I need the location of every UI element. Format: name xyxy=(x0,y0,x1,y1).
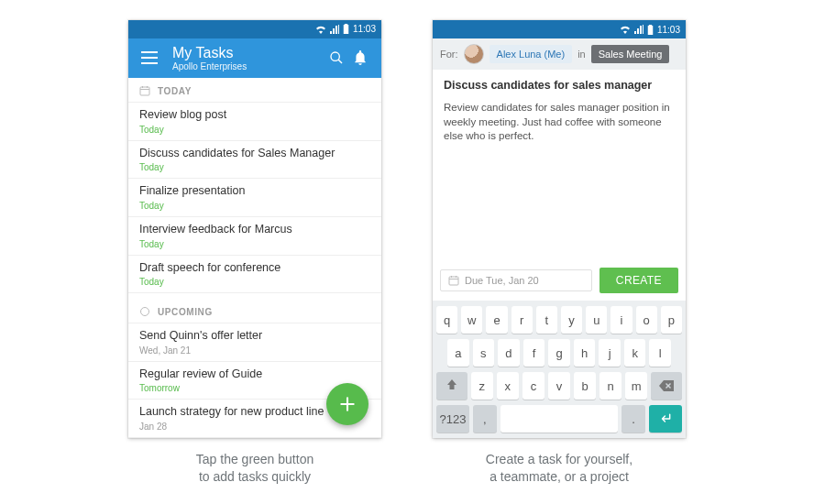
keyboard-key-w[interactable]: w xyxy=(461,306,482,334)
svg-rect-3 xyxy=(449,277,458,285)
task-title: Regular review of Guide xyxy=(139,367,370,382)
svg-point-2 xyxy=(141,308,149,316)
add-task-fab[interactable] xyxy=(326,383,368,425)
keyboard-key-space[interactable] xyxy=(500,405,619,433)
signal-icon xyxy=(634,25,644,34)
keyboard-key-j[interactable]: j xyxy=(599,339,621,367)
task-meta: Today xyxy=(139,201,370,211)
shift-icon xyxy=(446,379,457,392)
battery-icon xyxy=(343,24,349,34)
soft-keyboard: qwertyuiop asdfghjkl zxcvbnm ?123 , . xyxy=(433,301,686,438)
keyboard-key-y[interactable]: y xyxy=(561,306,582,334)
task-title: Send Quinn's offer letter xyxy=(139,329,370,344)
section-header-upcoming: UPCOMING xyxy=(128,299,381,323)
create-button[interactable]: CREATE xyxy=(600,268,678,293)
phone-compose-task: 11:03 For: Alex Luna (Me) in Sales Meeti… xyxy=(433,20,686,438)
task-row[interactable]: Draft speech for conferenceToday xyxy=(128,256,381,294)
task-row[interactable]: Interview feedback for MarcusToday xyxy=(128,217,381,256)
page-title: My Tasks xyxy=(172,45,324,61)
keyboard-key-f[interactable]: f xyxy=(523,339,545,367)
task-title: Draft speech for conference xyxy=(139,261,370,276)
keyboard-key-u[interactable]: u xyxy=(586,306,607,334)
task-title: Review blog post xyxy=(139,108,370,123)
keyboard-key-o[interactable]: o xyxy=(636,306,657,334)
keyboard-key-k[interactable]: k xyxy=(624,339,646,367)
task-row[interactable]: Finalize presentationToday xyxy=(128,179,381,217)
menu-icon[interactable] xyxy=(138,46,161,70)
caption-left: Tap the green buttonto add tasks quickly xyxy=(128,451,381,486)
keyboard-key-r[interactable]: r xyxy=(512,306,533,334)
task-title: Interview feedback for Marcus xyxy=(139,223,370,237)
section-label: UPCOMING xyxy=(158,307,213,317)
keyboard-key-h[interactable]: h xyxy=(574,339,596,367)
keyboard-key-backspace[interactable] xyxy=(651,372,682,400)
section-header-today: TODAY xyxy=(128,78,381,103)
task-meta: Jan 28 xyxy=(139,422,370,432)
calendar-icon xyxy=(139,85,150,96)
for-label: For: xyxy=(440,49,458,60)
task-notes-input[interactable]: Review candidates for sales manager posi… xyxy=(444,101,675,253)
due-date-field[interactable]: Due Tue, Jan 20 xyxy=(440,269,592,291)
keyboard-key-b[interactable]: b xyxy=(574,372,596,400)
keyboard-key-comma[interactable]: , xyxy=(473,405,497,433)
keyboard-key-m[interactable]: m xyxy=(625,372,647,400)
keyboard-key-s[interactable]: s xyxy=(473,339,495,367)
keyboard-key-t[interactable]: t xyxy=(536,306,557,334)
circle-icon xyxy=(139,306,150,317)
keyboard-key-c[interactable]: c xyxy=(522,372,544,400)
keyboard-key-p[interactable]: p xyxy=(661,306,682,334)
due-date-text: Due Tue, Jan 20 xyxy=(465,275,539,286)
status-bar: 11:03 xyxy=(128,20,381,38)
task-title-input[interactable]: Discuss candidates for sales manager xyxy=(444,79,675,92)
task-meta: Today xyxy=(139,239,370,249)
task-title: Discuss candidates for Sales Manager xyxy=(139,147,370,161)
keyboard-key-l[interactable]: l xyxy=(649,339,671,367)
wifi-icon xyxy=(315,25,326,34)
search-icon[interactable] xyxy=(324,46,348,70)
enter-icon xyxy=(659,413,672,424)
task-row[interactable]: Discuss candidates for Sales ManagerToda… xyxy=(128,141,381,180)
status-bar: 11:03 xyxy=(433,20,686,38)
keyboard-key-symbols[interactable]: ?123 xyxy=(436,405,469,433)
keyboard-key-v[interactable]: v xyxy=(548,372,570,400)
in-label: in xyxy=(578,49,586,60)
keyboard-key-q[interactable]: q xyxy=(436,306,457,334)
page-subtitle: Apollo Enterprises xyxy=(172,61,324,71)
status-time: 11:03 xyxy=(657,25,680,35)
keyboard-key-g[interactable]: g xyxy=(548,339,570,367)
keyboard-key-z[interactable]: z xyxy=(471,372,493,400)
status-time: 11:03 xyxy=(353,24,376,34)
assignee-chip[interactable]: Alex Luna (Me) xyxy=(490,45,573,63)
project-chip[interactable]: Sales Meeting xyxy=(591,45,670,63)
keyboard-key-n[interactable]: n xyxy=(600,372,622,400)
task-row[interactable]: Review blog postToday xyxy=(128,103,381,141)
keyboard-key-period[interactable]: . xyxy=(622,405,645,433)
section-label: TODAY xyxy=(158,86,192,96)
backspace-icon xyxy=(659,380,674,391)
phone-tasks-list: 11:03 My Tasks Apollo Enterprises TODAY … xyxy=(128,20,381,438)
keyboard-key-shift[interactable] xyxy=(436,372,468,400)
task-meta: Today xyxy=(139,162,370,172)
keyboard-key-a[interactable]: a xyxy=(447,339,469,367)
keyboard-key-i[interactable]: i xyxy=(610,306,632,334)
keyboard-key-d[interactable]: d xyxy=(498,339,520,367)
plus-icon xyxy=(338,395,357,413)
task-meta: Wed, Jan 21 xyxy=(139,345,370,356)
svg-point-0 xyxy=(331,52,339,60)
battery-icon xyxy=(647,25,654,35)
compose-assignee-bar: For: Alex Luna (Me) in Sales Meeting xyxy=(433,38,686,70)
app-bar: My Tasks Apollo Enterprises xyxy=(128,38,381,78)
keyboard-key-x[interactable]: x xyxy=(497,372,519,400)
wifi-icon xyxy=(620,25,631,34)
signal-icon xyxy=(330,25,339,34)
task-meta: Today xyxy=(139,125,370,135)
task-title: Finalize presentation xyxy=(139,184,370,199)
caption-right: Create a task for yourself,a teammate, o… xyxy=(433,451,686,486)
task-row[interactable]: Send Quinn's offer letterWed, Jan 21 xyxy=(128,323,381,362)
avatar[interactable] xyxy=(464,44,484,64)
keyboard-key-e[interactable]: e xyxy=(486,306,507,334)
calendar-icon xyxy=(448,275,459,286)
task-meta: Today xyxy=(139,277,370,287)
bell-icon[interactable] xyxy=(348,46,372,70)
keyboard-key-enter[interactable] xyxy=(649,405,682,433)
